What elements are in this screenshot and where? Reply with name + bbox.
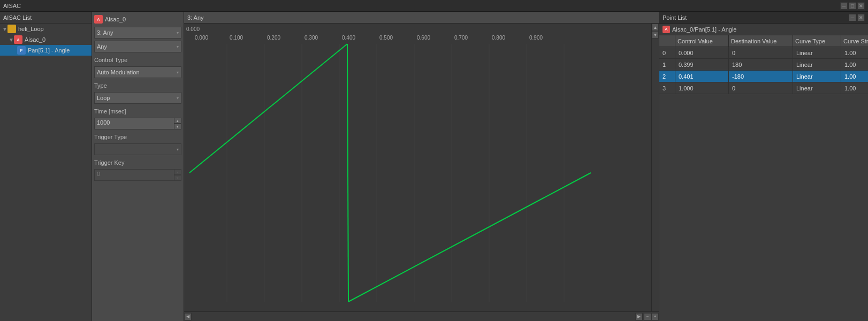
expand-icon: ▼ — [2, 26, 7, 32]
svg-text:0.500: 0.500 — [379, 35, 393, 41]
svg-text:0.300: 0.300 — [304, 35, 318, 41]
time-input-row: 1000 ▴ ▾ — [94, 118, 181, 129]
svg-rect-2 — [184, 24, 651, 311]
graph-scrollbar-horizontal[interactable]: ◀ ▶ − + — [184, 311, 659, 321]
graph-content[interactable]: 0.000 0.000 0.100 0.200 0.300 0.400 0.50… — [184, 24, 659, 321]
point-list-header-bar: Point List ─ ✕ — [659, 12, 868, 24]
graph-svg: 0.000 0.000 0.100 0.200 0.300 0.400 0.50… — [184, 24, 651, 311]
trigger-key-input: 0 — [94, 169, 174, 181]
col-header-curve-strength: Curve Strength — [841, 35, 868, 47]
graph-scrollbar-vertical[interactable]: ▲ ▼ — [651, 24, 659, 311]
type-arrow-icon: ▾ — [177, 96, 179, 101]
row-1-index: 1 — [659, 59, 675, 70]
control-type-label: Control Type — [94, 57, 181, 63]
time-label: Time [msec] — [94, 108, 181, 114]
trigger-key-spinner-down: ▾ — [174, 175, 181, 181]
control-type-dropdown[interactable]: Auto Modulation ▾ — [94, 66, 181, 78]
properties-panel: A Aisac_0 3: Any ▾ Any ▾ Control Type Au… — [92, 12, 184, 321]
row-3-control-value: 1.000 — [675, 82, 729, 94]
trigger-key-spinner: ▴ ▾ — [174, 169, 181, 181]
aisac-prop-label: Aisac_0 — [105, 16, 126, 22]
zoom-plus-button[interactable]: + — [651, 313, 659, 320]
table-row[interactable]: 0 0.000 0 Linear 1.00 — [659, 47, 868, 59]
time-input[interactable]: 1000 — [94, 118, 174, 129]
point-list-panel: Point List ─ ✕ A Aisac_0/Pan[5.1] - Angl… — [659, 12, 868, 321]
svg-text:0.200: 0.200 — [267, 35, 280, 41]
svg-text:0.900: 0.900 — [529, 35, 543, 41]
row-1-dest-value: 180 — [729, 59, 793, 70]
scroll-down-button[interactable]: ▼ — [652, 31, 659, 39]
time-spinner: ▴ ▾ — [174, 118, 181, 129]
folder-icon — [7, 25, 16, 33]
graph-panel: 3: Any 0.000 0.000 0.100 0.200 0.300 0.4… — [184, 12, 659, 321]
svg-text:0.000: 0.000 — [195, 35, 208, 41]
row-2-curve-strength: 1.00 — [841, 71, 868, 82]
any-label: Any — [97, 43, 107, 50]
trigger-type-arrow-icon: ▾ — [177, 147, 179, 152]
trigger-type-dropdown[interactable]: ▾ — [94, 143, 181, 155]
tree-item-pan[interactable]: P Pan[5.1] - Angle — [0, 45, 92, 56]
graph-canvas: 0.000 0.000 0.100 0.200 0.300 0.400 0.50… — [184, 24, 651, 311]
maximize-button[interactable]: □ — [849, 2, 856, 10]
point-list-min-button[interactable]: ─ — [849, 14, 856, 21]
any-dropdown[interactable]: Any ▾ — [94, 41, 181, 52]
close-button[interactable]: ✕ — [857, 2, 865, 10]
row-0-curve-strength: 1.00 — [841, 47, 868, 58]
svg-text:0.700: 0.700 — [454, 35, 468, 41]
row-0-dest-value: 0 — [729, 47, 793, 58]
row-1-curve-strength: 1.00 — [841, 59, 868, 70]
trigger-key-row: 0 ▴ ▾ — [94, 169, 181, 181]
table-row[interactable]: 3 1.000 0 Linear 1.00 — [659, 82, 868, 94]
svg-text:0.600: 0.600 — [417, 35, 430, 41]
row-0-curve-type: Linear — [793, 47, 841, 58]
point-list-subtitle-bar: A Aisac_0/Pan[5.1] - Angle — [659, 24, 868, 35]
table-header: Control Value Destination Value Curve Ty… — [659, 35, 868, 47]
graph-header: 3: Any — [184, 12, 659, 24]
type-value: Loop — [97, 95, 110, 101]
scroll-right-button[interactable]: ▶ — [635, 313, 643, 320]
trigger-type-label: Trigger Type — [94, 134, 181, 140]
row-3-index: 3 — [659, 82, 675, 94]
col-header-dest-value: Destination Value — [729, 35, 793, 47]
graph-header-label: 3: Any — [187, 14, 204, 21]
table-row[interactable]: 1 0.399 180 Linear 1.00 — [659, 59, 868, 71]
col-header-control-value: Control Value — [675, 35, 729, 47]
type-dropdown[interactable]: Loop ▾ — [94, 92, 181, 104]
trigger-key-label: Trigger Key — [94, 159, 181, 166]
title-bar: AISAC ─ □ ✕ — [0, 0, 868, 12]
point-list-header-controls: ─ ✕ — [849, 14, 865, 21]
title-bar-controls: ─ □ ✕ — [840, 2, 865, 10]
subtitle-text: Aisac_0/Pan[5.1] - Angle — [672, 26, 736, 33]
any-arrow-icon: ▾ — [177, 44, 179, 49]
scroll-left-button[interactable]: ◀ — [184, 313, 192, 320]
aisac-icon: A — [14, 35, 22, 44]
tree-item-heli-loop[interactable]: ▼ heli_Loop — [0, 24, 92, 34]
scroll-up-button[interactable]: ▲ — [652, 24, 659, 31]
row-0-index: 0 — [659, 47, 675, 58]
top-value-label: 0.000 — [186, 26, 200, 32]
row-2-dest-value: -180 — [729, 71, 793, 82]
tree-item-aisac-0[interactable]: ▼ A Aisac_0 — [0, 34, 92, 45]
selector-arrow-icon: ▾ — [177, 30, 179, 35]
time-spinner-down[interactable]: ▾ — [174, 124, 181, 129]
title-bar-text: AISAC — [3, 3, 21, 9]
zoom-minus-button[interactable]: − — [644, 313, 651, 320]
point-list-close-button[interactable]: ✕ — [857, 14, 865, 21]
col-header-index — [659, 35, 675, 47]
minimize-button[interactable]: ─ — [840, 2, 848, 10]
selector-dropdown[interactable]: 3: Any ▾ — [94, 27, 181, 39]
svg-text:0.400: 0.400 — [342, 35, 355, 41]
svg-text:0.100: 0.100 — [230, 35, 243, 41]
svg-rect-1 — [9, 27, 12, 28]
time-spinner-up[interactable]: ▴ — [174, 118, 181, 124]
row-1-curve-type: Linear — [793, 59, 841, 70]
point-list-title: Point List — [663, 14, 687, 21]
tree-label-heli-loop: heli_Loop — [18, 26, 44, 32]
table-row-selected[interactable]: 2 0.401 -180 Linear 1.00 — [659, 71, 868, 82]
trigger-key-spinner-up: ▴ — [174, 169, 181, 175]
main-container: AISAC List ▼ heli_Loop ▼ A Aisac_0 P Pan… — [0, 12, 868, 321]
row-3-curve-strength: 1.00 — [841, 82, 868, 94]
aisac-badge: A — [663, 26, 670, 33]
aisac-icon-sm: A — [94, 15, 103, 24]
control-type-arrow-icon: ▾ — [177, 70, 179, 75]
